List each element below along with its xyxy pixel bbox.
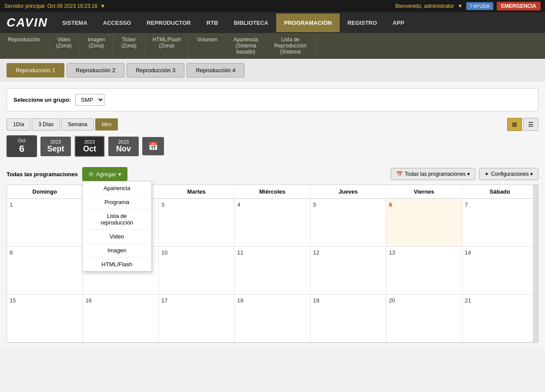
cal-cell-21[interactable]: 21 — [462, 295, 538, 342]
cal-cell-19[interactable]: 19 — [311, 295, 386, 342]
tab-reproduccion-2[interactable]: Reproducción 2 — [67, 63, 124, 77]
logo: CAVIN — [7, 16, 48, 30]
cal-num-17: 17 — [161, 297, 167, 304]
cal-cell-5[interactable]: 5 — [311, 199, 386, 247]
nav-programacion[interactable]: PROGRAMACIÓN — [276, 13, 340, 32]
nav-reproductor[interactable]: REPRODUCTOR — [139, 13, 199, 32]
grid-view-button[interactable]: ⊞ — [507, 118, 522, 131]
sub-nav: Reproducción Video(Zona) Imagen(Zona) Ti… — [0, 33, 545, 59]
agregar-container: ⊕ Agregar ▾ Apariencia Programa Lista de… — [82, 167, 127, 181]
next-month-name: Nov — [114, 144, 133, 154]
cal-num-13: 13 — [389, 249, 395, 256]
config-label: Configuraciones ▾ — [491, 171, 533, 177]
todas-programaciones-button[interactable]: 📅 Todas las programaciones ▾ — [391, 168, 475, 180]
cal-cell-16[interactable]: 16 — [83, 295, 158, 342]
view-mes[interactable]: Mes — [95, 118, 118, 131]
subnav-ticker-zona[interactable]: Ticker(Zona) — [113, 33, 144, 58]
agregar-button[interactable]: ⊕ Agregar ▾ — [82, 167, 127, 181]
cal-num-20: 20 — [389, 297, 395, 304]
calendar-scrollbar[interactable] — [533, 185, 538, 342]
icon-buttons: ⊞ ☰ — [507, 118, 538, 131]
cal-cell-8[interactable]: 8 — [7, 247, 83, 295]
tab-reproduccion-1[interactable]: Reproducción 1 — [7, 63, 64, 77]
cal-cell-4[interactable]: 4 — [234, 199, 310, 247]
cal-num-18: 18 — [237, 297, 243, 304]
header-miercoles: Miércoles — [234, 185, 310, 198]
nav-biblioteca[interactable]: BIBLIOTECA — [226, 13, 276, 32]
gear-icon: ✦ — [485, 171, 489, 177]
agregar-label: Agregar — [96, 171, 116, 178]
tab-reproduccion-4[interactable]: Reproducción 4 — [187, 63, 244, 77]
cal-cell-18[interactable]: 18 — [234, 295, 310, 342]
current-month-year: 2023 — [81, 139, 98, 144]
cal-num-15: 15 — [10, 297, 16, 304]
current-day-box[interactable]: Oct 6 — [7, 135, 37, 157]
agregar-dropdown: Apariencia Programa Lista dereproducción… — [82, 181, 152, 271]
subnav-imagen-zona[interactable]: Imagen(Zona) — [80, 33, 113, 58]
calendar-icon-button[interactable]: 📅 — [142, 137, 164, 155]
cal-cell-14[interactable]: 14 — [462, 247, 538, 295]
cal-num-21: 21 — [465, 297, 471, 304]
cal-cell-3[interactable]: 3 — [159, 199, 234, 247]
dropdown-imagen[interactable]: Imagen — [83, 244, 151, 258]
cal-cell-6-today[interactable]: 6 — [386, 199, 462, 247]
top-bar: Servidor principal Oct 06 2023 19:23:16 … — [0, 0, 545, 12]
current-month-name: Oct — [81, 144, 98, 154]
cal-cell-11[interactable]: 11 — [234, 247, 310, 295]
nav-accesso[interactable]: ACCESSO — [95, 13, 139, 32]
dropdown-video[interactable]: Video — [83, 230, 151, 244]
todas-label: Todas las programaciones ▾ — [405, 171, 470, 177]
cal-cell-10[interactable]: 10 — [159, 247, 234, 295]
prev-month-name: Sept — [47, 144, 65, 154]
cal-num-8: 8 — [10, 249, 13, 256]
tab-reproduccion-3[interactable]: Reproducción 3 — [127, 63, 184, 77]
subnav-lista[interactable]: Lista deReproducción(Sistema — [267, 33, 315, 58]
welcome-arrow[interactable]: ▼ — [458, 3, 463, 9]
cal-num-14: 14 — [465, 249, 471, 256]
cal-cell-7[interactable]: 7 — [462, 199, 538, 247]
ayuda-button[interactable]: ? AYUDA — [466, 2, 493, 10]
nav-sistema[interactable]: SISTEMA — [54, 13, 95, 32]
emergencia-button[interactable]: EMERGENCIA — [497, 2, 541, 10]
all-programs-label: Todas las programaciones — [7, 171, 78, 178]
cal-num-12: 12 — [313, 249, 319, 256]
content-area: Seleccione un grupo: SMP 1Día 3 Días Sem… — [0, 82, 545, 349]
nav-registro[interactable]: REGISTRO — [340, 13, 385, 32]
nav-rtb[interactable]: RTB — [199, 13, 226, 32]
cal-cell-17[interactable]: 17 — [159, 295, 234, 342]
dropdown-apariencia[interactable]: Apariencia — [83, 181, 151, 195]
cal-num-5: 5 — [313, 201, 316, 208]
cal-cell-1[interactable]: 1 — [7, 199, 83, 247]
subnav-volumen[interactable]: Volumen — [189, 33, 226, 58]
cal-num-3: 3 — [161, 201, 164, 208]
next-month-box[interactable]: 2023 Nov — [108, 137, 139, 156]
list-view-button[interactable]: ☰ — [523, 118, 538, 131]
dropdown-programa[interactable]: Programa — [83, 195, 151, 209]
view-3dias[interactable]: 3 Días — [32, 118, 60, 131]
cal-cell-20[interactable]: 20 — [386, 295, 462, 342]
tabs-area: Reproducción 1 Reproducción 2 Reproducci… — [0, 59, 545, 82]
group-select-dropdown[interactable]: SMP — [75, 94, 104, 106]
cal-cell-13[interactable]: 13 — [386, 247, 462, 295]
datetime-arrow[interactable]: ▼ — [100, 3, 105, 9]
plus-icon: ⊕ — [88, 170, 94, 178]
cal-toolbar: Todas las programaciones ⊕ Agregar ▾ Apa… — [7, 164, 538, 184]
server-label: Servidor principal — [4, 3, 45, 9]
prev-month-year: 2023 — [47, 139, 65, 144]
subnav-reproduccion[interactable]: Reproducción — [0, 33, 48, 58]
subnav-apariencia[interactable]: Apariencia(Sistemabasado) — [226, 33, 267, 58]
view-semana[interactable]: Semana — [61, 118, 94, 131]
welcome-text: Bienvenido, administrator — [395, 3, 454, 9]
dropdown-html-flash[interactable]: HTML/Flash — [83, 258, 151, 271]
view-1dia[interactable]: 1Día — [7, 118, 30, 131]
nav-app[interactable]: APP — [385, 13, 412, 32]
current-month-box[interactable]: 2023 Oct — [74, 136, 105, 157]
dropdown-lista-reproduccion[interactable]: Lista dereproducción — [83, 209, 151, 230]
subnav-video-zona[interactable]: Video(Zona) — [48, 33, 80, 58]
configuraciones-button[interactable]: ✦ Configuraciones ▾ — [479, 168, 538, 180]
header-viernes: Viernes — [386, 185, 462, 198]
prev-month-box[interactable]: 2023 Sept — [40, 137, 71, 156]
cal-cell-12[interactable]: 12 — [311, 247, 386, 295]
cal-cell-15[interactable]: 15 — [7, 295, 83, 342]
subnav-html-zona[interactable]: HTML/Flash(Zona) — [145, 33, 189, 58]
